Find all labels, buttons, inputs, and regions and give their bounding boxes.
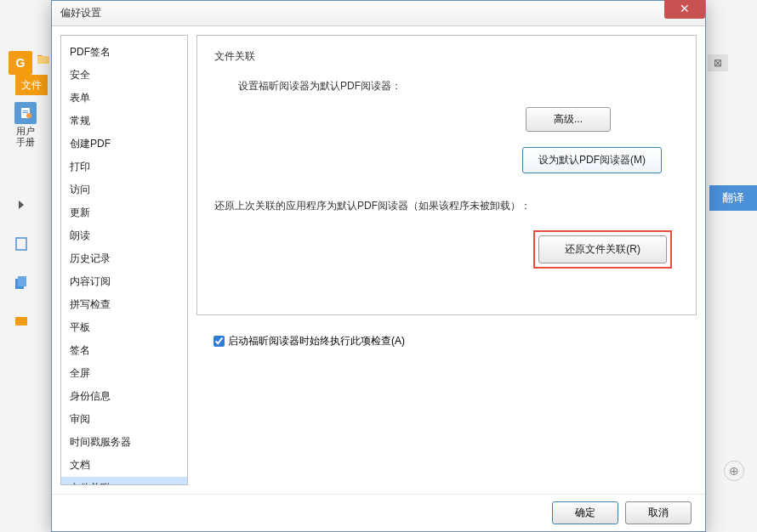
svg-rect-2 — [23, 112, 28, 113]
dialog-titlebar: 偏好设置 ✕ — [52, 1, 705, 26]
svg-rect-6 — [18, 276, 26, 286]
left-sidebar-icons — [12, 195, 37, 352]
folder-icon — [37, 54, 49, 64]
ok-button[interactable]: 确定 — [552, 501, 618, 524]
ribbon-file-tab[interactable]: 文件 — [15, 75, 48, 95]
sidebar-item[interactable]: 常规 — [61, 110, 187, 133]
content-area: 文件关联 设置福昕阅读器为默认PDF阅读器： 高级... 设为默认PDF阅读器(… — [196, 35, 697, 485]
advanced-button[interactable]: 高级... — [526, 107, 611, 132]
sidebar-item[interactable]: 身份信息 — [61, 385, 187, 408]
zoom-in-icon[interactable]: ⊕ — [724, 461, 744, 481]
user-manual-label-2: 手册 — [9, 137, 43, 148]
sidebar-item[interactable]: 文档 — [61, 454, 187, 477]
svg-rect-7 — [15, 317, 27, 325]
sidebar-item[interactable]: 签名 — [61, 339, 187, 362]
app-logo-icon: G — [9, 51, 32, 75]
close-button[interactable]: ✕ — [664, 0, 705, 19]
sidebar-item[interactable]: 历史记录 — [61, 247, 187, 270]
copy-icon[interactable] — [12, 274, 31, 292]
dialog-footer: 确定 取消 — [52, 494, 705, 531]
document-icon — [14, 102, 37, 124]
sidebar-item[interactable]: 创建PDF — [61, 133, 187, 156]
sidebar-item[interactable]: PDF签名 — [61, 41, 187, 64]
user-manual-label-1: 用户 — [9, 126, 43, 137]
sidebar-item[interactable]: 内容订阅 — [61, 270, 187, 293]
sidebar-item[interactable]: 审阅 — [61, 408, 187, 431]
sidebar-item[interactable]: 更新 — [61, 201, 187, 224]
panel-close-icon[interactable]: ⊠ — [708, 54, 728, 71]
preferences-dialog: 偏好设置 ✕ PDF签名安全表单常规创建PDF打印访问更新朗读历史记录内容订阅拼… — [51, 0, 706, 532]
user-manual-button[interactable]: 用户 手册 — [9, 102, 43, 148]
cancel-button[interactable]: 取消 — [625, 501, 692, 524]
file-association-panel: 文件关联 设置福昕阅读器为默认PDF阅读器： 高级... 设为默认PDF阅读器(… — [196, 35, 697, 315]
sidebar-item[interactable]: 朗读 — [61, 224, 187, 247]
sidebar-item[interactable]: 打印 — [61, 156, 187, 178]
sidebar-item[interactable]: 表单 — [61, 87, 187, 110]
arrow-right-icon[interactable] — [12, 195, 31, 214]
sidebar-item[interactable]: 时间戳服务器 — [61, 431, 187, 454]
section-title: 文件关联 — [214, 49, 679, 64]
translate-button[interactable]: 翻译 — [709, 185, 757, 211]
restore-highlight: 还原文件关联(R) — [533, 230, 672, 269]
sidebar-item[interactable]: 全屏 — [61, 362, 187, 385]
svg-rect-4 — [16, 238, 26, 250]
restore-description: 还原上次关联的应用程序为默认PDF阅读器（如果该程序未被卸载）： — [214, 199, 679, 213]
set-default-description: 设置福昕阅读器为默认PDF阅读器： — [238, 79, 679, 93]
sidebar-item[interactable]: 平板 — [61, 316, 187, 339]
sidebar-item[interactable]: 安全 — [61, 64, 187, 87]
restore-file-association-button[interactable]: 还原文件关联(R) — [538, 235, 667, 263]
startup-check-row: 启动福昕阅读器时始终执行此项检查(A) — [213, 334, 697, 348]
category-sidebar[interactable]: PDF签名安全表单常规创建PDF打印访问更新朗读历史记录内容订阅拼写检查平板签名… — [60, 35, 188, 485]
page-icon[interactable] — [12, 235, 31, 253]
startup-check-checkbox[interactable] — [213, 336, 225, 347]
svg-point-3 — [26, 113, 31, 118]
bookmark-icon[interactable] — [12, 313, 31, 331]
sidebar-item[interactable]: 文件关联 — [61, 477, 187, 485]
sidebar-item[interactable]: 访问 — [61, 178, 187, 201]
sidebar-item[interactable]: 拼写检查 — [61, 293, 187, 316]
dialog-title: 偏好设置 — [60, 6, 101, 20]
startup-check-label[interactable]: 启动福昕阅读器时始终执行此项检查(A) — [228, 334, 405, 348]
svg-rect-1 — [23, 110, 28, 111]
set-default-reader-button[interactable]: 设为默认PDF阅读器(M) — [522, 147, 662, 173]
